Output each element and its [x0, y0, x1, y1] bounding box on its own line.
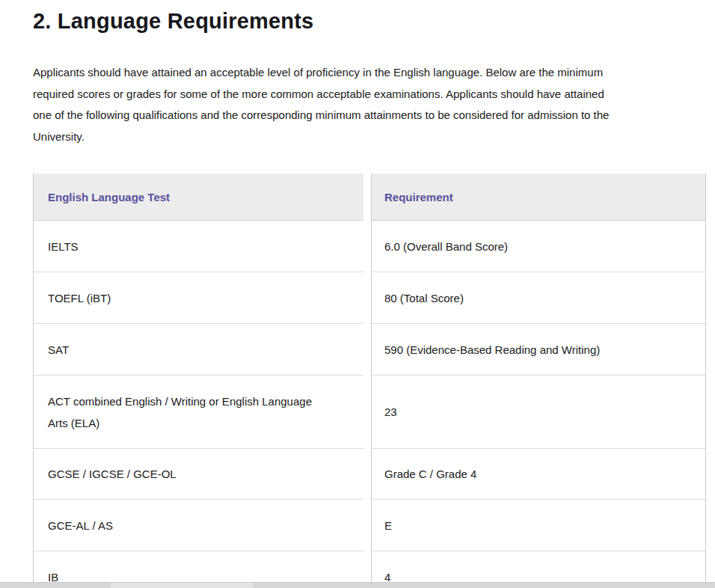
cell-test: GCSE / IGCSE / GCE-OL	[33, 449, 363, 500]
bottom-edge-strip	[0, 582, 715, 588]
column-header-test: English Language Test	[33, 174, 363, 221]
bottom-edge-strip-light-segment	[111, 583, 253, 588]
language-requirements-table: English Language Test Requirement IELTS …	[33, 174, 706, 588]
cell-test: IELTS	[33, 221, 363, 272]
page-content: 2. Language Requirements Applicants shou…	[0, 0, 715, 588]
cell-requirement: 590 (Evidence-Based Reading and Writing)	[371, 324, 706, 376]
column-header-requirement: Requirement	[371, 174, 706, 221]
cell-test: SAT	[33, 324, 363, 376]
cell-requirement: Grade C / Grade 4	[371, 449, 706, 500]
cell-requirement: 80 (Total Score)	[371, 272, 706, 324]
intro-paragraph: Applicants should have attained an accep…	[33, 62, 710, 147]
cell-test: ACT combined English / Writing or Englis…	[33, 376, 363, 449]
cell-requirement: E	[371, 500, 706, 551]
page-title: 2. Language Requirements	[33, 7, 715, 35]
cell-requirement: 23	[371, 376, 706, 449]
cell-test: GCE-AL / AS	[33, 500, 363, 551]
cell-requirement: 6.0 (Overall Band Score)	[371, 221, 706, 272]
cell-test: TOEFL (iBT)	[33, 272, 363, 324]
